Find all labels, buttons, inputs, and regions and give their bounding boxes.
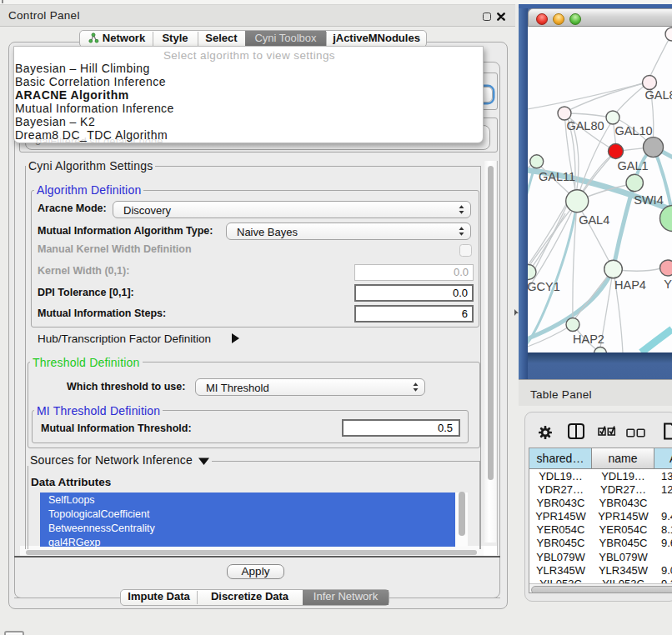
- svg-text:GAL80: GAL80: [566, 119, 604, 132]
- svg-text:GAL10: GAL10: [614, 124, 652, 138]
- svg-text:GAL8: GAL8: [644, 88, 672, 102]
- svg-text:GAL4: GAL4: [579, 213, 609, 227]
- svg-text:Y: Y: [664, 278, 672, 291]
- svg-text:HAP2: HAP2: [573, 332, 604, 346]
- svg-text:GCY1: GCY1: [528, 280, 560, 293]
- svg-text:HAP4: HAP4: [614, 278, 646, 292]
- svg-text:SWI4: SWI4: [634, 193, 663, 207]
- svg-text:GAL1: GAL1: [617, 159, 648, 172]
- svg-text:GAL11: GAL11: [539, 170, 575, 183]
